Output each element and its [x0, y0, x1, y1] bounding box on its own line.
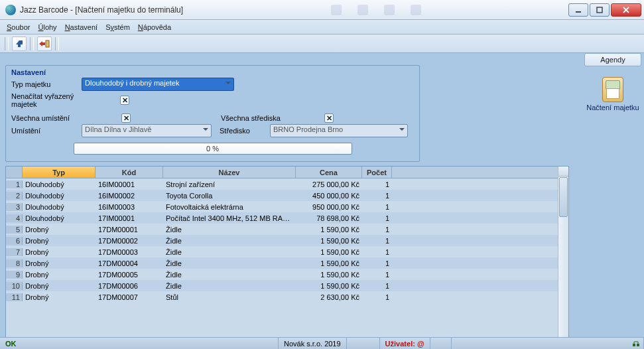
status-user: Uživatel: @ — [380, 338, 430, 349]
cell-cena: 1 590,00 Kč — [296, 248, 362, 256]
cell-kod: 17DM00001 — [96, 226, 163, 234]
maximize-button[interactable] — [590, 3, 610, 17]
cell-pocet: 1 — [362, 203, 392, 211]
progress-bar: 0 % — [74, 143, 352, 155]
cell-pocet: 1 — [362, 180, 392, 188]
vsechna-strediska-checkbox[interactable]: ✕ — [324, 113, 334, 123]
table-row[interactable]: 9Drobný17DM00005Židle1 590,00 Kč1 — [6, 269, 568, 280]
table-row[interactable]: 3Dlouhodobý16IM00003Fotovoltaická elektr… — [6, 201, 568, 212]
scroll-up-arrow[interactable] — [558, 167, 568, 176]
svg-rect-1 — [597, 7, 602, 13]
cell-nazev: Židle — [163, 271, 296, 279]
cell-nazev: Toyota Corolla — [163, 192, 296, 200]
cell-rownum: 6 — [6, 237, 23, 245]
cell-typ: Drobný — [23, 282, 96, 290]
cell-rownum: 4 — [6, 214, 23, 222]
th-spare — [392, 167, 568, 178]
svg-rect-3 — [633, 344, 635, 346]
cell-cena: 275 000,00 Kč — [296, 180, 362, 188]
menu-soubor[interactable]: Soubor — [7, 23, 30, 31]
th-rownum[interactable] — [6, 167, 23, 178]
svg-rect-0 — [576, 11, 581, 13]
cell-nazev: Židle — [163, 259, 296, 267]
cell-nazev: Fotovoltaická elektrárna — [163, 203, 296, 211]
status-pad1 — [430, 338, 452, 349]
table-row[interactable]: 10Drobný17DM00006Židle1 590,00 Kč1 — [6, 280, 568, 291]
sidebar-item-nacteni[interactable]: Načtení majetku — [584, 77, 641, 111]
table-row[interactable]: 1Dlouhodobý16IM00001Strojní zařízení275 … — [6, 178, 568, 190]
umisteni-select[interactable]: Dílna Dílna v Jihlavě — [82, 124, 212, 137]
th-kod[interactable]: Kód — [96, 167, 163, 178]
cell-rownum: 1 — [6, 180, 23, 188]
table-row[interactable]: 5Drobný17DM00001Židle1 590,00 Kč1 — [6, 224, 568, 235]
cell-cena: 78 698,00 Kč — [296, 214, 362, 222]
close-button[interactable] — [611, 3, 641, 17]
th-nazev[interactable]: Název — [163, 167, 296, 178]
cell-pocet: 1 — [362, 226, 392, 234]
typ-majetku-select[interactable]: Dlouhodobý i drobný majetek — [82, 78, 234, 91]
cell-nazev: Stůl — [163, 293, 296, 301]
cell-cena: 1 590,00 Kč — [296, 259, 362, 267]
table-row[interactable]: 8Drobný17DM00004Židle1 590,00 Kč1 — [6, 257, 568, 269]
toolbar — [0, 35, 644, 53]
table-scrollbar[interactable] — [558, 167, 568, 348]
terminal-icon — [602, 77, 623, 102]
cell-pocet: 1 — [362, 192, 392, 200]
cell-pocet: 1 — [362, 248, 392, 256]
menu-ulohy[interactable]: Úlohy — [38, 23, 56, 31]
cell-pocet: 1 — [362, 282, 392, 290]
assets-table: Typ Kód Název Cena Počet 1Dlouhodobý16IM… — [5, 166, 569, 349]
stredisko-select[interactable]: BRNO Prodejna Brno — [270, 124, 408, 137]
cell-kod: 16IM00001 — [96, 180, 163, 188]
scroll-thumb[interactable] — [559, 177, 568, 217]
cell-pocet: 1 — [362, 259, 392, 267]
cell-kod: 17DM00003 — [96, 248, 163, 256]
minimize-button[interactable] — [568, 3, 588, 17]
sidebar-item-label: Načtení majetku — [584, 104, 641, 111]
stredisko-value: BRNO Prodejna Brno — [273, 125, 343, 133]
menu-nastaveni[interactable]: Nastavení — [65, 23, 98, 31]
th-cena[interactable]: Cena — [296, 167, 362, 178]
cell-kod: 17DM00002 — [96, 237, 163, 245]
menu-system[interactable]: Systém — [105, 23, 130, 31]
vsechna-strediska-label: Všechna střediska — [221, 114, 320, 122]
settings-heading: Nastavení — [11, 68, 414, 76]
vsechna-umisteni-checkbox[interactable]: ✕ — [121, 113, 131, 123]
cell-nazev: Strojní zařízení — [163, 180, 296, 188]
nenacitat-checkbox[interactable]: ✕ — [120, 96, 129, 105]
cell-typ: Drobný — [23, 248, 96, 256]
table-row[interactable]: 4Dlouhodobý17IM00001Počítač Intel 3400 M… — [6, 212, 568, 224]
table-row[interactable]: 6Drobný17DM00002Židle1 590,00 Kč1 — [6, 235, 568, 246]
cell-typ: Drobný — [23, 226, 96, 234]
cell-typ: Dlouhodobý — [23, 180, 96, 188]
nenacitat-label: Nenačítat vyřazený majetek — [11, 92, 99, 108]
app-icon — [5, 5, 16, 15]
cell-typ: Drobný — [23, 259, 96, 267]
table-row[interactable]: 11Drobný17DM00007Stůl2 630,00 Kč1 — [6, 291, 568, 303]
th-pocet[interactable]: Počet — [362, 167, 392, 178]
toolbar-send-to-terminal-button[interactable] — [37, 36, 52, 51]
cell-typ: Dlouhodobý — [23, 214, 96, 222]
stredisko-label: Středisko — [220, 127, 266, 135]
cell-rownum: 5 — [6, 226, 23, 234]
cell-nazev: Počítač Intel 3400 MHz, 512 MB RAM,... — [163, 214, 296, 222]
sidebar-agendy-button[interactable]: Agendy — [584, 53, 641, 66]
toolbar-load-button[interactable] — [12, 36, 27, 51]
status-ok: OK — [0, 338, 279, 349]
table-body: 1Dlouhodobý16IM00001Strojní zařízení275 … — [6, 178, 568, 348]
cell-pocet: 1 — [362, 293, 392, 301]
typ-majetku-value: Dlouhodobý i drobný majetek — [85, 79, 179, 87]
typ-majetku-label: Typ majetku — [11, 80, 78, 88]
cell-cena: 450 000,00 Kč — [296, 192, 362, 200]
table-row[interactable]: 2Dlouhodobý16IM00002Toyota Corolla450 00… — [6, 190, 568, 201]
window-titlebar[interactable]: Jazz Barcode - [Načtení majetku do termi… — [0, 0, 644, 20]
menu-napoveda[interactable]: Nápověda — [138, 23, 171, 31]
svg-rect-4 — [637, 344, 639, 346]
cell-kod: 17DM00007 — [96, 293, 163, 301]
cell-nazev: Židle — [163, 226, 296, 234]
table-row[interactable]: 7Drobný17DM00003Židle1 590,00 Kč1 — [6, 246, 568, 257]
th-typ[interactable]: Typ — [23, 167, 96, 178]
status-net — [452, 338, 644, 349]
cell-kod: 17IM00001 — [96, 214, 163, 222]
titlebar-spacer — [187, 0, 564, 19]
